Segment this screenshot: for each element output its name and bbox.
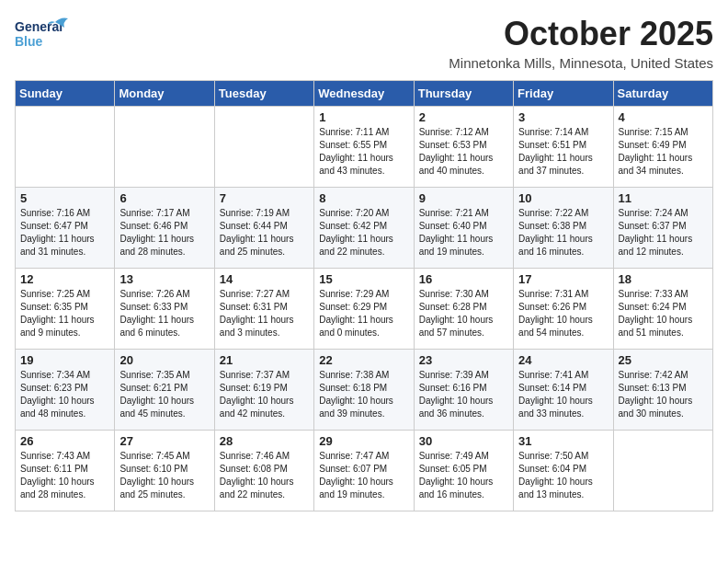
day-cell: 1Sunrise: 7:11 AM Sunset: 6:55 PM Daylig…: [314, 107, 414, 188]
weekday-header-row: SundayMondayTuesdayWednesdayThursdayFrid…: [16, 81, 713, 107]
day-number: 24: [518, 353, 608, 367]
day-number: 17: [518, 272, 608, 286]
location: Minnetonka Mills, Minnesota, United Stat…: [449, 55, 713, 71]
day-info: Sunrise: 7:43 AM Sunset: 6:11 PM Dayligh…: [20, 450, 109, 501]
day-number: 18: [619, 272, 708, 286]
day-cell: 23Sunrise: 7:39 AM Sunset: 6:16 PM Dayli…: [414, 350, 513, 431]
day-cell: 8Sunrise: 7:20 AM Sunset: 6:42 PM Daylig…: [314, 188, 414, 269]
day-info: Sunrise: 7:41 AM Sunset: 6:14 PM Dayligh…: [518, 369, 608, 420]
day-info: Sunrise: 7:29 AM Sunset: 6:29 PM Dayligh…: [319, 288, 408, 339]
weekday-header-tuesday: Tuesday: [214, 81, 313, 107]
day-info: Sunrise: 7:30 AM Sunset: 6:28 PM Dayligh…: [419, 288, 508, 339]
day-cell: 27Sunrise: 7:45 AM Sunset: 6:10 PM Dayli…: [115, 431, 214, 511]
day-number: 28: [220, 434, 309, 448]
weekday-header-wednesday: Wednesday: [314, 81, 414, 107]
day-cell: 29Sunrise: 7:47 AM Sunset: 6:07 PM Dayli…: [314, 431, 414, 511]
day-number: 14: [220, 272, 309, 286]
day-number: 10: [518, 191, 608, 205]
weekday-header-sunday: Sunday: [16, 81, 115, 107]
day-cell: 10Sunrise: 7:22 AM Sunset: 6:38 PM Dayli…: [514, 188, 613, 269]
day-cell: 7Sunrise: 7:19 AM Sunset: 6:44 PM Daylig…: [214, 188, 313, 269]
day-info: Sunrise: 7:35 AM Sunset: 6:21 PM Dayligh…: [119, 369, 209, 420]
day-cell: 26Sunrise: 7:43 AM Sunset: 6:11 PM Dayli…: [16, 431, 115, 511]
day-info: Sunrise: 7:42 AM Sunset: 6:13 PM Dayligh…: [619, 369, 708, 420]
day-cell: 15Sunrise: 7:29 AM Sunset: 6:29 PM Dayli…: [314, 269, 414, 350]
day-info: Sunrise: 7:34 AM Sunset: 6:23 PM Dayligh…: [20, 369, 109, 420]
day-number: 15: [319, 272, 408, 286]
day-number: 12: [20, 272, 109, 286]
day-number: 4: [619, 110, 708, 124]
day-info: Sunrise: 7:50 AM Sunset: 6:04 PM Dayligh…: [518, 450, 608, 501]
day-info: Sunrise: 7:15 AM Sunset: 6:49 PM Dayligh…: [619, 126, 708, 178]
svg-text:Blue: Blue: [15, 34, 43, 49]
day-cell: [613, 431, 712, 511]
week-row-5: 26Sunrise: 7:43 AM Sunset: 6:11 PM Dayli…: [16, 431, 713, 511]
day-number: 29: [319, 434, 408, 448]
logo: General Blue: [15, 15, 70, 59]
day-info: Sunrise: 7:16 AM Sunset: 6:47 PM Dayligh…: [20, 207, 109, 259]
day-info: Sunrise: 7:17 AM Sunset: 6:46 PM Dayligh…: [119, 207, 209, 259]
day-number: 27: [119, 434, 209, 448]
day-cell: 28Sunrise: 7:46 AM Sunset: 6:08 PM Dayli…: [214, 431, 313, 511]
day-cell: 25Sunrise: 7:42 AM Sunset: 6:13 PM Dayli…: [613, 350, 712, 431]
weekday-header-saturday: Saturday: [613, 81, 712, 107]
day-number: 13: [119, 272, 209, 286]
day-info: Sunrise: 7:21 AM Sunset: 6:40 PM Dayligh…: [419, 207, 508, 259]
day-cell: 20Sunrise: 7:35 AM Sunset: 6:21 PM Dayli…: [115, 350, 214, 431]
day-number: 23: [419, 353, 508, 367]
day-cell: 24Sunrise: 7:41 AM Sunset: 6:14 PM Dayli…: [514, 350, 613, 431]
day-cell: 5Sunrise: 7:16 AM Sunset: 6:47 PM Daylig…: [16, 188, 115, 269]
week-row-4: 19Sunrise: 7:34 AM Sunset: 6:23 PM Dayli…: [16, 350, 713, 431]
day-number: 11: [619, 191, 708, 205]
svg-text:General: General: [15, 19, 63, 34]
day-number: 30: [419, 434, 508, 448]
day-cell: 19Sunrise: 7:34 AM Sunset: 6:23 PM Dayli…: [16, 350, 115, 431]
day-cell: 21Sunrise: 7:37 AM Sunset: 6:19 PM Dayli…: [214, 350, 313, 431]
day-number: 8: [319, 191, 408, 205]
day-number: 31: [518, 434, 608, 448]
week-row-2: 5Sunrise: 7:16 AM Sunset: 6:47 PM Daylig…: [16, 188, 713, 269]
day-cell: 17Sunrise: 7:31 AM Sunset: 6:26 PM Dayli…: [514, 269, 613, 350]
day-info: Sunrise: 7:26 AM Sunset: 6:33 PM Dayligh…: [119, 288, 209, 339]
day-cell: 6Sunrise: 7:17 AM Sunset: 6:46 PM Daylig…: [115, 188, 214, 269]
day-info: Sunrise: 7:31 AM Sunset: 6:26 PM Dayligh…: [518, 288, 608, 339]
day-cell: 30Sunrise: 7:49 AM Sunset: 6:05 PM Dayli…: [414, 431, 513, 511]
day-number: 7: [220, 191, 309, 205]
weekday-header-monday: Monday: [115, 81, 214, 107]
day-cell: [115, 107, 214, 188]
day-info: Sunrise: 7:11 AM Sunset: 6:55 PM Dayligh…: [319, 126, 408, 178]
day-cell: 16Sunrise: 7:30 AM Sunset: 6:28 PM Dayli…: [414, 269, 513, 350]
day-number: 26: [20, 434, 109, 448]
day-info: Sunrise: 7:14 AM Sunset: 6:51 PM Dayligh…: [518, 126, 608, 178]
day-info: Sunrise: 7:33 AM Sunset: 6:24 PM Dayligh…: [619, 288, 708, 339]
day-cell: 12Sunrise: 7:25 AM Sunset: 6:35 PM Dayli…: [16, 269, 115, 350]
day-number: 6: [119, 191, 209, 205]
week-row-1: 1Sunrise: 7:11 AM Sunset: 6:55 PM Daylig…: [16, 107, 713, 188]
day-info: Sunrise: 7:20 AM Sunset: 6:42 PM Dayligh…: [319, 207, 408, 259]
day-info: Sunrise: 7:24 AM Sunset: 6:37 PM Dayligh…: [619, 207, 708, 259]
page-header: General Blue October 2025 Minnetonka Mil…: [15, 15, 713, 71]
day-cell: 22Sunrise: 7:38 AM Sunset: 6:18 PM Dayli…: [314, 350, 414, 431]
logo-icon: General Blue: [15, 15, 70, 55]
day-info: Sunrise: 7:45 AM Sunset: 6:10 PM Dayligh…: [119, 450, 209, 501]
day-cell: 13Sunrise: 7:26 AM Sunset: 6:33 PM Dayli…: [115, 269, 214, 350]
day-number: 9: [419, 191, 508, 205]
day-number: 19: [20, 353, 109, 367]
day-info: Sunrise: 7:37 AM Sunset: 6:19 PM Dayligh…: [220, 369, 309, 420]
day-info: Sunrise: 7:47 AM Sunset: 6:07 PM Dayligh…: [319, 450, 408, 501]
day-cell: [16, 107, 115, 188]
day-cell: 9Sunrise: 7:21 AM Sunset: 6:40 PM Daylig…: [414, 188, 513, 269]
day-info: Sunrise: 7:39 AM Sunset: 6:16 PM Dayligh…: [419, 369, 508, 420]
day-number: 22: [319, 353, 408, 367]
day-info: Sunrise: 7:25 AM Sunset: 6:35 PM Dayligh…: [20, 288, 109, 339]
day-info: Sunrise: 7:12 AM Sunset: 6:53 PM Dayligh…: [419, 126, 508, 178]
week-row-3: 12Sunrise: 7:25 AM Sunset: 6:35 PM Dayli…: [16, 269, 713, 350]
day-number: 5: [20, 191, 109, 205]
day-cell: 11Sunrise: 7:24 AM Sunset: 6:37 PM Dayli…: [613, 188, 712, 269]
day-cell: 3Sunrise: 7:14 AM Sunset: 6:51 PM Daylig…: [514, 107, 613, 188]
day-number: 3: [518, 110, 608, 124]
calendar-table: SundayMondayTuesdayWednesdayThursdayFrid…: [15, 80, 713, 511]
day-number: 25: [619, 353, 708, 367]
weekday-header-friday: Friday: [514, 81, 613, 107]
day-info: Sunrise: 7:19 AM Sunset: 6:44 PM Dayligh…: [220, 207, 309, 259]
